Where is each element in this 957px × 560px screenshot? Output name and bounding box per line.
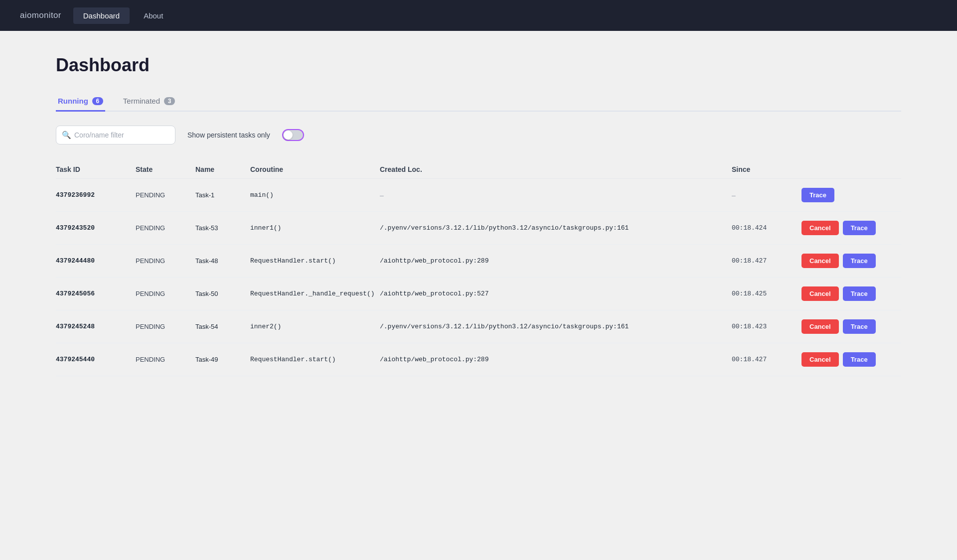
cell-actions: Cancel Trace <box>801 286 901 301</box>
trace-button[interactable]: Trace <box>843 319 876 334</box>
cell-coroutine: inner1() <box>250 224 380 232</box>
cell-since: 00:18.425 <box>732 290 801 297</box>
cell-actions: Cancel Trace <box>801 254 901 268</box>
tab-terminated-badge: 3 <box>164 97 175 105</box>
tab-running[interactable]: Running 6 <box>56 92 105 112</box>
cell-coroutine: RequestHandler.start() <box>250 257 380 265</box>
cell-coroutine: inner2() <box>250 323 380 330</box>
cell-task-id: 4379245440 <box>56 356 136 363</box>
tab-running-label: Running <box>58 97 88 105</box>
cell-created-dash: – <box>380 191 732 199</box>
col-created-loc: Created Loc. <box>380 165 732 173</box>
trace-button[interactable]: Trace <box>843 221 876 235</box>
cell-since-dash: – <box>732 191 801 199</box>
col-since: Since <box>732 165 801 173</box>
cell-created-loc: /aiohttp/web_protocol.py:289 <box>380 257 732 265</box>
cell-name: Task-54 <box>195 323 250 330</box>
trace-button[interactable]: Trace <box>843 286 876 301</box>
cancel-button[interactable]: Cancel <box>801 352 839 367</box>
col-state: State <box>136 165 195 173</box>
task-table: Task ID State Name Coroutine Created Loc… <box>56 160 901 376</box>
nav-dashboard[interactable]: Dashboard <box>73 7 130 24</box>
cell-task-id: 4379236992 <box>56 191 136 199</box>
cell-actions: Cancel Trace <box>801 319 901 334</box>
cell-task-id: 4379244480 <box>56 257 136 265</box>
tabs: Running 6 Terminated 3 <box>56 92 901 112</box>
cancel-button[interactable]: Cancel <box>801 286 839 301</box>
search-wrapper: 🔍 <box>56 126 175 144</box>
toggle-knob <box>284 131 293 140</box>
cell-state: PENDING <box>136 224 195 232</box>
cell-name: Task-53 <box>195 224 250 232</box>
cell-name: Task-49 <box>195 356 250 363</box>
trace-button[interactable]: Trace <box>843 254 876 268</box>
table-body: 4379236992 PENDING Task-1 main() – – Tra… <box>56 179 901 376</box>
nav-about[interactable]: About <box>134 7 173 24</box>
cancel-button[interactable]: Cancel <box>801 319 839 334</box>
cell-since: 00:18.424 <box>732 224 801 232</box>
cell-task-id: 4379243520 <box>56 224 136 232</box>
persistent-filter-label: Show persistent tasks only <box>187 131 270 139</box>
cell-state: PENDING <box>136 323 195 330</box>
trace-button[interactable]: Trace <box>843 352 876 367</box>
col-coroutine: Coroutine <box>250 165 380 173</box>
filter-row: 🔍 Show persistent tasks only <box>56 126 901 144</box>
table-header: Task ID State Name Coroutine Created Loc… <box>56 160 901 179</box>
cell-since: 00:18.427 <box>732 356 801 363</box>
tab-terminated-label: Terminated <box>123 97 160 105</box>
cell-state: PENDING <box>136 257 195 265</box>
cell-name: Task-50 <box>195 290 250 297</box>
cell-name: Task-48 <box>195 257 250 265</box>
cell-coroutine: main() <box>250 191 380 199</box>
table-row: 4379245248 PENDING Task-54 inner2() /.py… <box>56 310 901 343</box>
cell-actions: Cancel Trace <box>801 221 901 235</box>
cell-since: 00:18.427 <box>732 257 801 265</box>
cell-state: PENDING <box>136 290 195 297</box>
col-name: Name <box>195 165 250 173</box>
col-task-id: Task ID <box>56 165 136 173</box>
tab-terminated[interactable]: Terminated 3 <box>121 92 177 112</box>
search-icon: 🔍 <box>62 131 71 140</box>
trace-button[interactable]: Trace <box>801 188 834 202</box>
cell-created-loc: /aiohttp/web_protocol.py:289 <box>380 356 732 363</box>
cell-state: PENDING <box>136 356 195 363</box>
cancel-button[interactable]: Cancel <box>801 221 839 235</box>
cell-actions: Trace <box>801 188 901 202</box>
table-row: 4379245440 PENDING Task-49 RequestHandle… <box>56 343 901 376</box>
cancel-button[interactable]: Cancel <box>801 254 839 268</box>
tab-running-badge: 6 <box>92 97 103 105</box>
cell-name: Task-1 <box>195 191 250 199</box>
main-content: Dashboard Running 6 Terminated 3 🔍 Show … <box>0 31 957 400</box>
table-row: 4379244480 PENDING Task-48 RequestHandle… <box>56 245 901 278</box>
navbar: aiomonitor Dashboard About <box>0 0 957 31</box>
cell-created-loc: /.pyenv/versions/3.12.1/lib/python3.12/a… <box>380 323 732 330</box>
persistent-toggle[interactable] <box>282 129 304 141</box>
table-row: 4379236992 PENDING Task-1 main() – – Tra… <box>56 179 901 212</box>
table-row: 4379245056 PENDING Task-50 RequestHandle… <box>56 278 901 310</box>
cell-task-id: 4379245056 <box>56 290 136 297</box>
page-title: Dashboard <box>56 55 901 76</box>
cell-coroutine: RequestHandler.start() <box>250 356 380 363</box>
brand: aiomonitor <box>20 10 61 20</box>
cell-state: PENDING <box>136 191 195 199</box>
search-input[interactable] <box>56 126 175 144</box>
cell-actions: Cancel Trace <box>801 352 901 367</box>
cell-created-loc: /aiohttp/web_protocol.py:527 <box>380 290 732 297</box>
col-actions <box>801 165 901 173</box>
cell-coroutine: RequestHandler._handle_request() <box>250 290 380 297</box>
cell-created-loc: /.pyenv/versions/3.12.1/lib/python3.12/a… <box>380 224 732 232</box>
cell-since: 00:18.423 <box>732 323 801 330</box>
table-row: 4379243520 PENDING Task-53 inner1() /.py… <box>56 212 901 245</box>
cell-task-id: 4379245248 <box>56 323 136 330</box>
